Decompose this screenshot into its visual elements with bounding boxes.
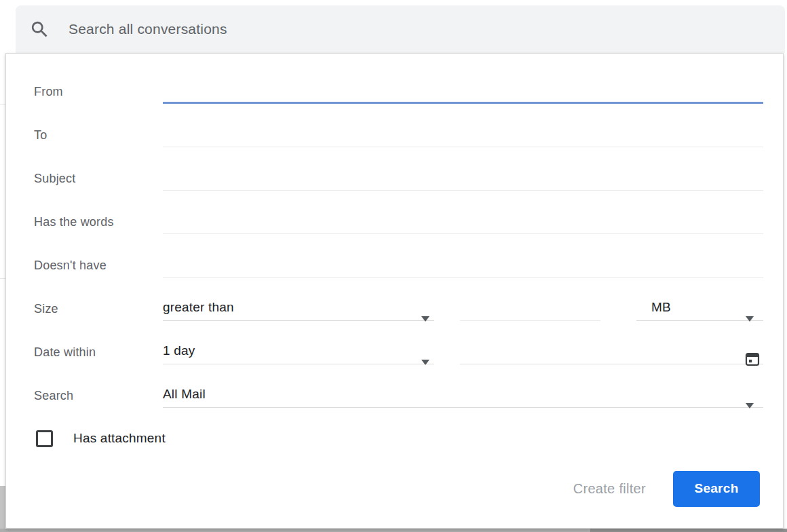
search-scope-value: All Mail <box>163 387 206 402</box>
backdrop-strip <box>0 529 590 532</box>
date-range-value: 1 day <box>163 343 195 358</box>
backdrop-line <box>0 278 5 279</box>
size-comparator-select[interactable]: greater than <box>163 287 434 330</box>
has-words-label: Has the words <box>34 215 163 229</box>
backdrop-strip <box>590 529 787 532</box>
has-words-input[interactable] <box>163 212 763 234</box>
filter-row-size: Size greater than MB <box>34 287 763 330</box>
from-label: From <box>34 85 163 99</box>
search-button[interactable]: Search <box>673 471 760 507</box>
chevron-down-icon <box>746 316 754 322</box>
size-unit-select[interactable]: MB <box>636 287 763 330</box>
filter-row-has-words: Has the words <box>34 200 763 244</box>
filter-row-doesnt-have: Doesn't have <box>34 244 763 287</box>
subject-label: Subject <box>34 172 163 186</box>
backdrop-line <box>0 104 5 104</box>
filter-row-from: From <box>34 70 763 113</box>
panel-footer: Create filter Search <box>34 459 763 518</box>
doesnt-have-input[interactable] <box>163 256 763 278</box>
search-icon <box>28 18 51 41</box>
search-scope-select[interactable]: All Mail <box>163 374 763 417</box>
filter-row-date: Date within 1 day <box>34 330 763 374</box>
date-range-select[interactable]: 1 day <box>163 330 434 374</box>
size-label: Size <box>34 302 163 316</box>
backdrop-block <box>0 486 5 532</box>
calendar-icon[interactable] <box>744 351 761 367</box>
search-scope-label: Search <box>34 389 163 403</box>
search-input-placeholder[interactable]: Search all conversations <box>69 21 227 37</box>
from-input[interactable] <box>163 82 763 104</box>
filter-row-to: To <box>34 113 763 157</box>
size-comparator-value: greater than <box>163 300 234 315</box>
create-filter-button[interactable]: Create filter <box>564 474 655 504</box>
size-amount-input[interactable] <box>460 299 600 321</box>
chevron-down-icon <box>421 360 429 365</box>
size-unit-value: MB <box>651 300 671 315</box>
chevron-down-icon <box>421 316 429 322</box>
search-bar[interactable]: Search all conversations <box>16 5 785 53</box>
to-input[interactable] <box>163 126 763 147</box>
doesnt-have-label: Doesn't have <box>34 259 163 273</box>
to-label: To <box>34 128 163 142</box>
filter-row-scope: Search All Mail <box>34 374 763 417</box>
advanced-search-panel: From To Subject Has the words Doesn't ha… <box>5 53 784 529</box>
has-attachment-label: Has attachment <box>73 431 166 446</box>
date-input-field[interactable] <box>460 330 763 374</box>
has-attachment-checkbox[interactable] <box>36 430 53 447</box>
date-within-label: Date within <box>34 345 163 360</box>
subject-input[interactable] <box>163 169 763 191</box>
filter-row-attachment: Has attachment <box>34 417 763 459</box>
chevron-down-icon <box>746 403 754 408</box>
filter-row-subject: Subject <box>34 157 763 200</box>
